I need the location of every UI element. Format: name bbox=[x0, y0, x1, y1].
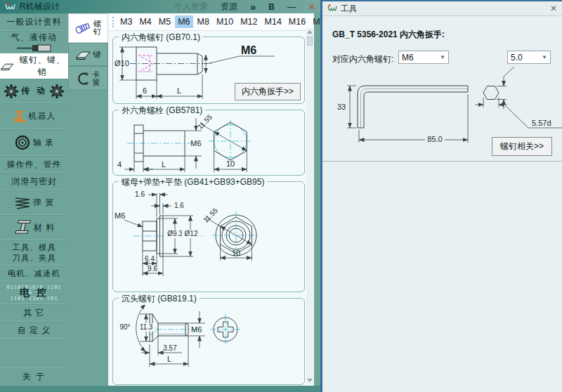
section-title: 螺母+弹垫+平垫 (GB41+GB93+GB95) bbox=[119, 176, 267, 188]
gear-icon bbox=[4, 84, 19, 99]
section-nut-washers: 螺母+弹垫+平垫 (GB41+GB93+GB95) bbox=[112, 181, 305, 292]
sidebar-item-screws-keys-pins[interactable]: 螺钉、键、销 bbox=[0, 53, 68, 79]
size-tab-m6[interactable]: M6 bbox=[175, 15, 192, 28]
key-icon bbox=[0, 61, 15, 71]
scrollbar-thumb[interactable] bbox=[307, 37, 313, 46]
app-logo-icon bbox=[5, 2, 15, 11]
window-title: R机械设计 bbox=[20, 1, 60, 13]
scroll-up-icon[interactable] bbox=[307, 30, 313, 34]
window-bottom-edge bbox=[0, 386, 320, 392]
section-title: 内六角螺钉 (GB70.1) bbox=[119, 32, 203, 44]
sidebar-item-tools-molds[interactable]: 工具、模具 刀具、夹具 bbox=[0, 240, 68, 266]
scroll-down-icon[interactable] bbox=[307, 379, 313, 382]
dim-flat-washer-od: Ø12 bbox=[185, 230, 198, 237]
sidebar-item-others[interactable]: 其 它 bbox=[0, 304, 68, 322]
maximize-button[interactable]: B bbox=[268, 2, 275, 12]
tool-close-icon[interactable]: ✕ bbox=[550, 4, 557, 13]
sidebar-item-robot[interactable]: 机器人 bbox=[0, 103, 68, 129]
dim-thread: M6 bbox=[191, 325, 202, 334]
app-titlebar: R机械设计 个人登录 资源 » B — ✕ bbox=[0, 0, 320, 13]
dim-head-height: 6 bbox=[143, 86, 147, 95]
tool-logo-icon bbox=[327, 4, 337, 13]
sidebar-item-pneumatic-hydraulic[interactable]: 气、液传动 bbox=[0, 31, 68, 53]
robot-icon bbox=[13, 110, 27, 123]
size-tab-m5[interactable]: M5 bbox=[156, 15, 174, 28]
screw-icon bbox=[74, 21, 92, 35]
sidebar-item-electric-control[interactable]: 0110101010 1101 110 010 1101 1101 101 电 … bbox=[0, 282, 68, 304]
section-socket-screw: 内六角螺钉 (GB70.1) bbox=[112, 37, 305, 104]
sidebar: 一般设计资料 气、液传动 螺 bbox=[0, 13, 68, 386]
section-title: 沉头螺钉 (GB819.1) bbox=[119, 293, 200, 305]
size-tab-m3[interactable]: M3 bbox=[117, 15, 135, 28]
hex-wrench-button[interactable]: 内六角扳手>> bbox=[235, 83, 301, 100]
sidebar-item-lubrication-sealing[interactable]: 润滑与密封 bbox=[0, 173, 68, 190]
screen: R机械设计 个人登录 资源 » B — ✕ 一般设计资料 气、液传动 bbox=[0, 0, 562, 392]
tab-key[interactable]: 键 bbox=[68, 43, 108, 66]
nut-washers-drawing: 1.6 1.6 M6 Ø9.3 bbox=[113, 186, 306, 287]
wrench-size-select[interactable]: 5.0 ▼ bbox=[507, 51, 551, 64]
dim-length: L bbox=[177, 86, 181, 95]
chevron-down-icon: ▼ bbox=[440, 54, 445, 60]
vertical-scrollbar[interactable] bbox=[306, 28, 313, 384]
screw-size-label: 对应内六角螺钉: bbox=[332, 53, 393, 65]
key-icon bbox=[75, 49, 91, 60]
circlip-icon bbox=[76, 71, 91, 86]
dim-across-corners: 11.55 bbox=[202, 207, 219, 224]
dim-thread: M6 bbox=[115, 211, 125, 220]
tool-window-title: 工具 bbox=[341, 4, 547, 14]
sidebar-item-material[interactable]: 材 料 bbox=[0, 215, 68, 240]
spring-icon bbox=[14, 196, 31, 210]
dim-across-corners: 11.55 bbox=[196, 115, 214, 131]
size-tab-m8[interactable]: M8 bbox=[195, 15, 212, 28]
sidebar-item-transmission[interactable]: 传 动 bbox=[0, 79, 68, 103]
size-tab-m4[interactable]: M4 bbox=[136, 15, 154, 28]
dim-across-flats: 10 bbox=[232, 249, 240, 257]
tool-body: GB_T 5356-2021 内六角扳手: 对应内六角螺钉: M6 ▼ 5.0 … bbox=[322, 16, 562, 391]
sidebar-item-general-data[interactable]: 一般设计资料 bbox=[0, 13, 68, 31]
sidebar-item-about[interactable]: 关 于 bbox=[0, 367, 68, 386]
countersunk-screw-drawing: 90° 11.3 M6 3.57 bbox=[113, 303, 306, 380]
close-button[interactable]: ✕ bbox=[308, 2, 315, 12]
dim-short-arm: 33 bbox=[337, 103, 346, 111]
dim-length: L bbox=[162, 160, 166, 169]
dim-head-diameter: Ø10 bbox=[115, 59, 129, 67]
section-title: 外六角螺栓 (GB5781) bbox=[119, 105, 205, 117]
tab-screw[interactable]: 螺钉 bbox=[68, 13, 108, 43]
dim-across-corners: 5.57d bbox=[532, 119, 551, 127]
sidebar-item-motor-reducer[interactable]: 电机、减速机 bbox=[0, 266, 68, 282]
size-tab-m16[interactable]: M16 bbox=[286, 15, 308, 28]
sidebar-item-custom[interactable]: 自 定 义 bbox=[0, 322, 68, 339]
dim-head-height: 4 bbox=[117, 160, 122, 169]
section-countersunk-screw: 沉头螺钉 (GB819.1) bbox=[112, 298, 305, 385]
drag-handle-icon[interactable] bbox=[112, 17, 114, 27]
minimize-button[interactable]: — bbox=[287, 2, 296, 12]
screw-size-select[interactable]: M6 ▼ bbox=[398, 51, 449, 64]
section-hex-bolt: 外六角螺栓 (GB5781) M6 bbox=[112, 110, 305, 176]
dim-total-height: 9.6 bbox=[148, 265, 157, 273]
sidebar-item-bearing[interactable]: 轴 承 bbox=[0, 129, 68, 156]
dim-thread: M6 bbox=[241, 44, 256, 56]
screw-related-button[interactable]: 螺钉相关>> bbox=[492, 137, 552, 156]
category-tabs: 螺钉 键 卡簧 bbox=[68, 13, 108, 386]
tool-titlebar: 工具 ✕ bbox=[322, 1, 562, 16]
ibeam-icon bbox=[13, 219, 32, 236]
tool-window: 工具 ✕ GB_T 5356-2021 内六角扳手: 对应内六角螺钉: M6 ▼… bbox=[320, 0, 562, 392]
sidebar-item-spring[interactable]: 弹 簧 bbox=[0, 190, 68, 215]
standard-heading: GB_T 5356-2021 内六角扳手: bbox=[332, 29, 445, 41]
login-link[interactable]: 个人登录 bbox=[174, 1, 208, 13]
dim-spring-washer-od: Ø9.3 bbox=[167, 230, 183, 237]
dim-long-arm: 85.0 bbox=[427, 135, 442, 143]
dim-head-height: 3.57 bbox=[163, 344, 177, 352]
dim-length: L bbox=[167, 355, 171, 363]
size-tab-m10[interactable]: M10 bbox=[214, 15, 236, 28]
size-tab-m14[interactable]: M14 bbox=[262, 15, 285, 28]
size-tab-m12[interactable]: M12 bbox=[237, 15, 260, 28]
resources-link[interactable]: 资源 bbox=[221, 1, 237, 13]
resources-chevrons-icon[interactable]: » bbox=[250, 3, 256, 11]
dim-nut-height: 6.4 bbox=[145, 255, 155, 263]
tab-circlip[interactable]: 卡簧 bbox=[68, 66, 108, 91]
sidebar-item-operating-parts[interactable]: 操作件、管件 bbox=[0, 156, 68, 173]
dim-angle: 90° bbox=[119, 323, 130, 331]
gear-icon bbox=[49, 84, 65, 99]
bearing-icon bbox=[14, 134, 31, 151]
